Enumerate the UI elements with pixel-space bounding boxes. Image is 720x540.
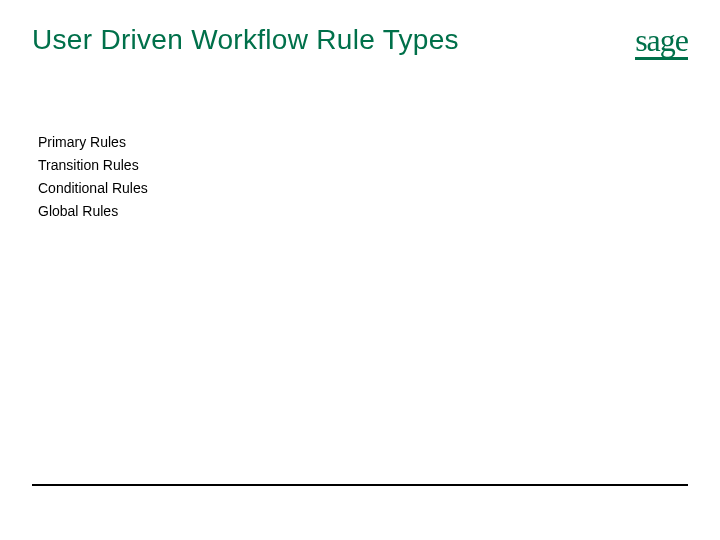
sage-logo: sage xyxy=(635,20,688,60)
slide-header: User Driven Workflow Rule Types sage xyxy=(32,20,688,60)
list-item: Global Rules xyxy=(38,201,688,222)
list-item: Primary Rules xyxy=(38,132,688,153)
list-item: Conditional Rules xyxy=(38,178,688,199)
sage-logo-text: sage xyxy=(635,22,688,59)
slide-container: User Driven Workflow Rule Types sage Pri… xyxy=(0,0,720,540)
footer-divider xyxy=(32,484,688,486)
rules-list: Primary Rules Transition Rules Condition… xyxy=(38,132,688,222)
slide-title: User Driven Workflow Rule Types xyxy=(32,20,459,56)
list-item: Transition Rules xyxy=(38,155,688,176)
